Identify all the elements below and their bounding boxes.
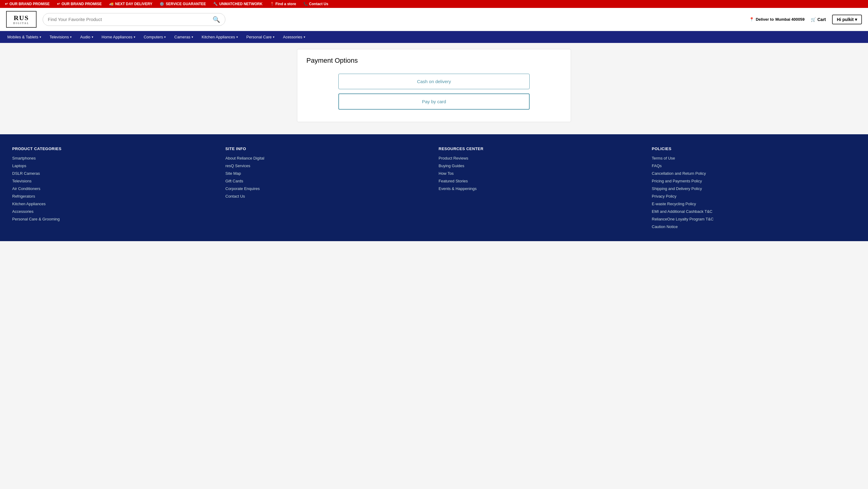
announcement-item-brand2: ↵ OUR BRAND PROMISE [57, 2, 102, 6]
footer-link-terms[interactable]: Terms of Use [652, 156, 856, 160]
payment-card: Payment Options Cash on delivery Pay by … [297, 49, 571, 122]
nav-bar: Mobiles & Tablets ▾ Televisions ▾ Audio … [0, 31, 868, 43]
footer-heading-product-categories: PRODUCT CATEGORIES [12, 146, 216, 151]
footer-link-how-tos[interactable]: How Tos [439, 171, 643, 176]
announcement-item-guarantee: ⚙️ SERVICE GUARANTEE [160, 2, 206, 6]
chevron-kitchen-icon: ▾ [236, 35, 238, 39]
footer-link-laptops[interactable]: Laptops [12, 164, 216, 168]
nav-item-personal-care[interactable]: Personal Care ▾ [242, 31, 279, 43]
footer-link-cancellation[interactable]: Cancellation and Return Policy [652, 171, 856, 176]
deliver-location: Mumbai 400059 [775, 17, 805, 22]
footer-link-giftcards[interactable]: Gift Cards [225, 179, 429, 183]
nav-label-home-appliances: Home Appliances [102, 35, 132, 39]
pay-by-card-button[interactable]: Pay by card [338, 94, 530, 109]
chevron-computers-icon: ▾ [164, 35, 166, 39]
card-label: Pay by card [422, 99, 446, 104]
chevron-accessories-icon: ▾ [304, 35, 305, 39]
nav-label-personal-care: Personal Care [246, 35, 272, 39]
footer-link-kitchen-appliances[interactable]: Kitchen Appliances [12, 202, 216, 206]
footer-col-policies: POLICIES Terms of Use FAQs Cancellation … [652, 146, 856, 232]
nav-item-home-appliances[interactable]: Home Appliances ▾ [97, 31, 140, 43]
chevron-personal-care-icon: ▾ [273, 35, 274, 39]
footer-link-privacy[interactable]: Privacy Policy [652, 194, 856, 198]
nav-item-mobiles[interactable]: Mobiles & Tablets ▾ [3, 31, 45, 43]
nav-item-accessories[interactable]: Acessories ▾ [279, 31, 309, 43]
footer: PRODUCT CATEGORIES Smartphones Laptops D… [0, 134, 868, 241]
footer-link-relianceone[interactable]: RelianceOne Loyalty Program T&C [652, 217, 856, 221]
footer-link-faqs[interactable]: FAQs [652, 164, 856, 168]
footer-link-contact[interactable]: Contact Us [225, 194, 429, 198]
logo-digital: DIGITAL [13, 22, 30, 25]
footer-link-televisions[interactable]: Televisions [12, 179, 216, 183]
search-input[interactable] [48, 17, 213, 22]
payment-options: Cash on delivery Pay by card [306, 74, 562, 109]
nav-label-computers: Computers [144, 35, 163, 39]
nav-item-computers[interactable]: Computers ▾ [140, 31, 170, 43]
cart-icon: 🛒 [811, 17, 816, 22]
nav-item-cameras[interactable]: Cameras ▾ [170, 31, 197, 43]
footer-link-corporate[interactable]: Corporate Enquires [225, 186, 429, 191]
nav-label-cameras: Cameras [174, 35, 190, 39]
nav-item-audio[interactable]: Audio ▾ [76, 31, 97, 43]
user-label: Hi pulkit [837, 17, 854, 22]
user-button[interactable]: Hi pulkit ▾ [832, 14, 862, 24]
chevron-televisions-icon: ▾ [70, 35, 71, 39]
header: RUS DIGITAL 🔍 📍 Deliver to Mumbai 400059… [0, 8, 868, 31]
footer-link-ewaste[interactable]: E-waste Recycling Policy [652, 202, 856, 206]
announcement-item-brand1: ↵ OUR BRAND PROMISE [5, 2, 50, 6]
footer-link-accessories[interactable]: Accessories [12, 209, 216, 214]
logo-text: RUS [14, 14, 29, 22]
chevron-home-icon: ▾ [134, 35, 135, 39]
header-right: 📍 Deliver to Mumbai 400059 🛒 Cart Hi pul… [749, 14, 862, 24]
footer-link-product-reviews[interactable]: Product Reviews [439, 156, 643, 160]
cod-label: Cash on delivery [417, 79, 451, 84]
footer-link-emi[interactable]: EMI and Additional Cashback T&C [652, 209, 856, 214]
footer-col-product-categories: PRODUCT CATEGORIES Smartphones Laptops D… [12, 146, 216, 232]
footer-link-refrigerators[interactable]: Refrigerators [12, 194, 216, 198]
footer-link-resq[interactable]: resQ Services [225, 164, 429, 168]
footer-link-caution[interactable]: Caution Notice [652, 224, 856, 229]
announcement-item-store[interactable]: 📍 Find a store [270, 2, 296, 6]
footer-link-air-conditioners[interactable]: Air Conditioners [12, 186, 216, 191]
footer-link-events[interactable]: Events & Happenings [439, 186, 643, 191]
search-icon[interactable]: 🔍 [213, 16, 220, 23]
deliver-to: 📍 Deliver to Mumbai 400059 [749, 17, 804, 22]
payment-title: Payment Options [306, 57, 562, 65]
chevron-audio-icon: ▾ [92, 35, 93, 39]
announcement-item-delivery: 🚚 NEXT DAY DELIVERY [109, 2, 152, 6]
chevron-cameras-icon: ▾ [192, 35, 193, 39]
nav-item-televisions[interactable]: Televisions ▾ [45, 31, 76, 43]
cart-label: Cart [817, 17, 826, 22]
nav-label-mobiles: Mobiles & Tablets [7, 35, 38, 39]
footer-link-personal-care-grooming[interactable]: Personal Care & Grooming [12, 217, 216, 221]
chevron-down-icon: ▾ [855, 17, 857, 22]
announcement-bar: ↵ OUR BRAND PROMISE ↵ OUR BRAND PROMISE … [0, 0, 868, 8]
cash-on-delivery-button[interactable]: Cash on delivery [338, 74, 530, 89]
footer-heading-resources: RESOURCES CENTER [439, 146, 643, 151]
location-icon: 📍 [749, 17, 754, 22]
footer-link-featured-stories[interactable]: Featured Stories [439, 179, 643, 183]
cart-button[interactable]: 🛒 Cart [811, 17, 826, 22]
search-bar[interactable]: 🔍 [43, 13, 225, 26]
footer-link-buying-guides[interactable]: Buying Guides [439, 164, 643, 168]
nav-label-televisions: Televisions [50, 35, 69, 39]
main-content: Payment Options Cash on delivery Pay by … [0, 43, 868, 134]
footer-link-smartphones[interactable]: Smartphones [12, 156, 216, 160]
announcement-item-contact[interactable]: 📞 Contact Us [303, 2, 328, 6]
deliver-label: Deliver to [755, 17, 774, 22]
footer-link-sitemap[interactable]: Site Map [225, 171, 429, 176]
announcement-item-network: 🔧 UNMATCHED NETWORK [213, 2, 262, 6]
footer-heading-site-info: SITE INFO [225, 146, 429, 151]
logo[interactable]: RUS DIGITAL [6, 11, 36, 28]
footer-heading-policies: POLICIES [652, 146, 856, 151]
footer-link-about[interactable]: About Reliance Digital [225, 156, 429, 160]
nav-label-accessories: Acessories [283, 35, 303, 39]
nav-label-kitchen: Kitchen Appliances [202, 35, 235, 39]
nav-label-audio: Audio [80, 35, 90, 39]
nav-item-kitchen[interactable]: Kitchen Appliances ▾ [197, 31, 242, 43]
footer-col-site-info: SITE INFO About Reliance Digital resQ Se… [225, 146, 429, 232]
footer-link-shipping[interactable]: Shipping and Delivery Policy [652, 186, 856, 191]
footer-link-pricing[interactable]: Pricing and Payments Policy [652, 179, 856, 183]
footer-col-resources: RESOURCES CENTER Product Reviews Buying … [439, 146, 643, 232]
footer-link-dslr[interactable]: DSLR Cameras [12, 171, 216, 176]
